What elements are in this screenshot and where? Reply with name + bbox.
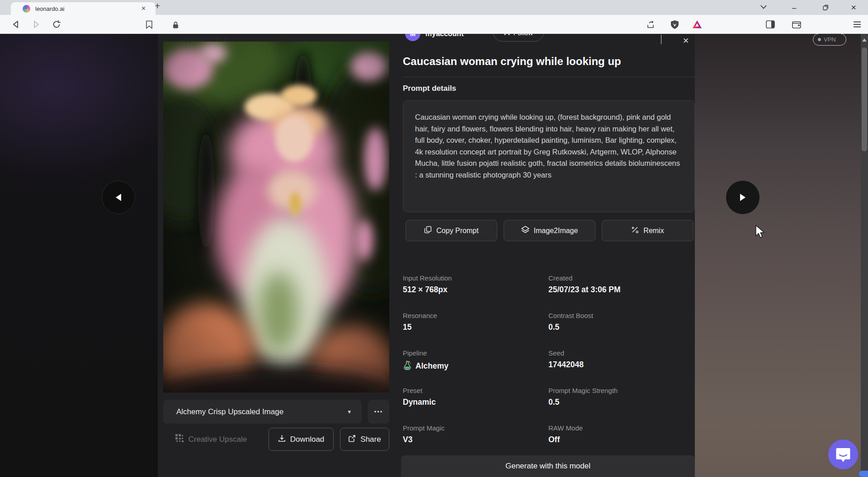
close-icon[interactable]: ✕ [683, 36, 689, 46]
page-backdrop-right [695, 34, 861, 477]
chat-widget-button[interactable] [828, 440, 858, 469]
scrollbar-up-arrow[interactable] [862, 38, 867, 42]
download-button[interactable]: Download [269, 428, 334, 451]
divider [403, 77, 695, 77]
toolbar-separator [661, 35, 661, 44]
tab-close-icon[interactable]: ✕ [141, 5, 146, 12]
copy-prompt-button[interactable]: Copy Prompt [406, 220, 497, 241]
copy-icon [424, 226, 432, 235]
site-favicon [23, 5, 30, 13]
remix-label: Remix [643, 227, 664, 235]
scroll-corner-chip [859, 471, 868, 477]
generated-image-art [163, 42, 389, 393]
mouse-cursor [755, 225, 766, 241]
scrollbar-thumb[interactable] [862, 47, 867, 151]
browser-toolbar: app.leonardo.ai VPN [0, 15, 868, 34]
prompt-box: Caucasian woman crying while looking up,… [403, 100, 695, 212]
creative-upscale-label: Creative Upscale [189, 435, 247, 444]
remix-icon [631, 226, 639, 235]
reload-button[interactable] [50, 18, 63, 31]
meta-created: Created 25/07/23 at 3:06 PM [548, 274, 695, 312]
share-page-icon[interactable] [644, 18, 657, 31]
image2image-label: Image2Image [534, 227, 578, 235]
prompt-text: Caucasian woman crying while looking up,… [403, 101, 694, 181]
window-restore-button[interactable] [823, 5, 829, 10]
meta-prompt-magic-strength: Prompt Magic Strength 0.5 [548, 387, 695, 424]
meta-seed: Seed 17442048 [548, 349, 695, 387]
previous-image-button[interactable] [102, 181, 135, 214]
screen: M myaccount Follow ✕ Caucasian woman cry… [0, 0, 868, 477]
arrow-right-icon [739, 193, 746, 201]
meta-pipeline: Pipeline Alchemy [403, 349, 548, 387]
meta-resonance: Resonance 15 [403, 312, 548, 349]
share-label: Share [360, 435, 381, 444]
next-image-button[interactable] [726, 181, 760, 214]
generated-image[interactable] [163, 42, 389, 393]
creative-upscale-button[interactable]: Creative Upscale [163, 428, 259, 451]
chat-bubble-icon [836, 447, 850, 462]
meta-preset: Preset Dynamic [403, 387, 548, 424]
menu-icon[interactable] [851, 18, 863, 31]
variant-selector[interactable]: Alchemy Crisp Upscaled Image ▾ [163, 400, 362, 424]
forward-button[interactable] [30, 18, 42, 31]
address-bar[interactable]: app.leonardo.ai [182, 35, 228, 43]
meta-contrast-boost: Contrast Boost 0.5 [548, 312, 695, 349]
tab-search-chevron-icon[interactable] [760, 5, 767, 9]
generate-with-model-button[interactable]: Generate with this model [401, 455, 695, 477]
tab-title: leonardo.ai [35, 5, 64, 12]
image-title: Caucasian woman crying while looking up [403, 55, 621, 68]
download-icon [278, 435, 286, 444]
wallet-icon[interactable] [790, 18, 803, 31]
back-button[interactable] [9, 18, 22, 31]
browser-tab-bar: leonardo.ai ✕ + – ✕ [0, 0, 868, 15]
upscale-grid-icon [175, 434, 184, 445]
share-button[interactable]: Share [340, 428, 389, 451]
chevron-down-icon: ▾ [348, 408, 351, 415]
page-scrollbar[interactable] [861, 34, 868, 477]
arrow-left-icon [115, 193, 122, 201]
bookmark-icon[interactable] [143, 18, 156, 31]
vpn-button[interactable]: VPN [813, 33, 846, 46]
window-minimize-button[interactable]: – [792, 4, 796, 13]
brave-shield-icon[interactable] [668, 18, 681, 31]
page-background-left [0, 34, 158, 477]
meta-input-resolution: Input Resolution 512 × 768px [403, 274, 548, 312]
variant-label: Alchemy Crisp Upscaled Image [176, 407, 283, 416]
window-close-button[interactable]: ✕ [851, 4, 857, 12]
prompt-details-heading: Prompt details [403, 84, 456, 93]
lock-icon[interactable] [169, 19, 182, 31]
copy-prompt-label: Copy Prompt [436, 227, 478, 235]
generation-metadata: Input Resolution 512 × 768px Created 25/… [403, 274, 695, 462]
more-options-button[interactable]: ••• [368, 400, 389, 424]
vpn-label: VPN [824, 36, 836, 43]
remix-button[interactable]: Remix [602, 220, 693, 241]
potion-icon [403, 360, 412, 372]
layers-icon [521, 226, 529, 235]
vpn-status-dot [818, 38, 821, 41]
browser-tab[interactable]: leonardo.ai ✕ [11, 2, 156, 15]
new-tab-button[interactable]: + [155, 0, 160, 11]
sidebar-icon[interactable] [764, 18, 777, 31]
share-icon [348, 435, 356, 444]
image2image-button[interactable]: Image2Image [504, 220, 595, 241]
brave-rewards-bat-icon[interactable] [691, 18, 703, 31]
download-label: Download [290, 435, 325, 444]
